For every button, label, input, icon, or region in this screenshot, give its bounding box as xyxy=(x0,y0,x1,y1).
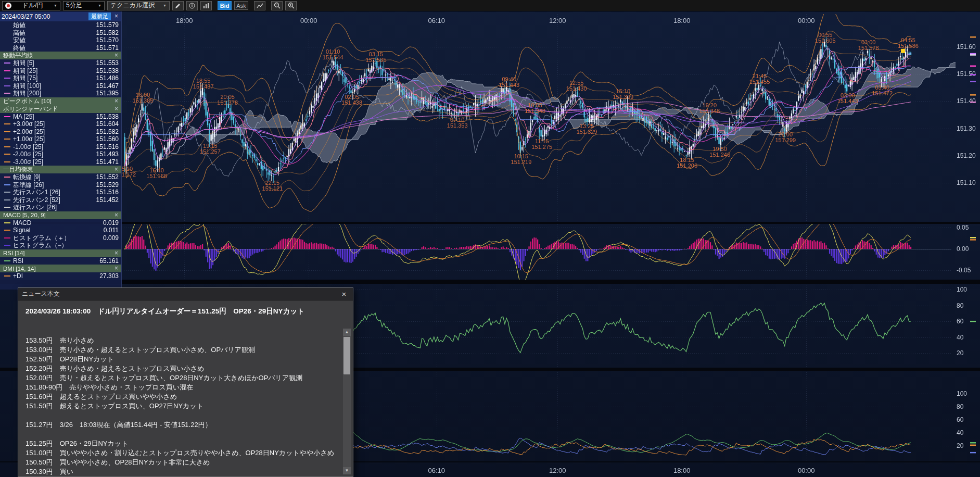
indicator-value: 151.516 xyxy=(96,189,119,196)
timeframe-select[interactable]: 5分足 ▼ xyxy=(63,1,105,10)
indicator-row: 期間 [200]151.395 xyxy=(0,90,121,97)
technical-select-button[interactable]: テクニカル選択 ▼ xyxy=(107,1,170,10)
indicator-label: 基準線 [26] xyxy=(13,181,94,189)
japan-flag-icon xyxy=(5,3,11,9)
line-color-swatch xyxy=(4,222,10,223)
indicator-row: -2.00σ [25]151.493 xyxy=(0,150,121,158)
news-line: 150.50円 買いやや小さめ、OP28日NYカット非常に大きめ xyxy=(26,458,338,467)
indicator-row: -1.00σ [25]151.516 xyxy=(0,143,121,151)
news-line xyxy=(26,430,338,439)
pencil-icon xyxy=(175,3,181,9)
scroll-down-icon[interactable]: ▼ xyxy=(343,467,351,474)
close-icon[interactable]: × xyxy=(339,290,349,298)
indicator-row: RSI65.161 xyxy=(0,257,121,265)
indicator-row: MA [25]151.538 xyxy=(0,113,121,121)
section-title: RSI [14] xyxy=(3,250,113,256)
indicator-row: 終値151.571 xyxy=(0,44,121,52)
indicator-section-header: DMI [14, 14]× xyxy=(0,265,121,272)
indicator-value: 151.571 xyxy=(96,44,119,52)
section-title: 移動平均線 xyxy=(3,52,113,59)
bid-button[interactable]: Bid xyxy=(218,1,232,10)
zoom-in-button[interactable] xyxy=(285,1,297,10)
currency-pair-select[interactable]: ドル/円 ▼ xyxy=(2,1,60,10)
indicator-label: 安値 xyxy=(13,36,94,44)
indicator-value: 151.538 xyxy=(96,113,119,120)
indicator-section-header: 一目均衡表× xyxy=(0,166,121,173)
scrollbar-thumb[interactable] xyxy=(343,337,350,374)
line-chart-icon xyxy=(257,3,263,9)
close-icon[interactable]: × xyxy=(113,212,120,219)
indicator-row: 期間 [100]151.467 xyxy=(0,82,121,90)
indicator-label: -1.00σ [25] xyxy=(13,143,94,150)
line-color-swatch xyxy=(4,260,10,261)
line-color-swatch xyxy=(4,146,10,147)
chart-type-button[interactable] xyxy=(200,1,212,10)
news-scrollbar[interactable]: ▲ ▼ xyxy=(343,329,351,474)
news-window-titlebar[interactable]: ニュース本文 × xyxy=(18,288,353,300)
close-icon[interactable]: × xyxy=(113,98,120,105)
close-icon[interactable]: × xyxy=(113,52,120,59)
line-color-swatch xyxy=(4,245,10,246)
chevron-down-icon: ▼ xyxy=(98,4,101,7)
indicator-label: 期間 [100] xyxy=(13,82,94,90)
close-icon[interactable]: × xyxy=(113,265,120,272)
indicator-section-header: ピークボトム [10]× xyxy=(0,97,121,105)
indicator-label: 転換線 [9] xyxy=(13,173,94,181)
news-window[interactable]: ニュース本文 × 2024/03/26 18:03:00 ドル円リアルタイムオー… xyxy=(18,287,353,477)
indicator-label: -2.00σ [25] xyxy=(13,150,94,158)
scrollbar-track[interactable] xyxy=(343,336,351,467)
indicator-label: 先行スパン1 [26] xyxy=(13,189,94,196)
indicator-label: 遅行スパン [26] xyxy=(13,204,116,211)
news-body: 153.50円 売り小さめ153.00円 売り小さめ・超えるとストップロス買い小… xyxy=(26,336,338,475)
close-icon[interactable]: × xyxy=(113,166,120,173)
zoom-out-button[interactable] xyxy=(271,1,283,10)
news-line xyxy=(26,411,338,420)
line-color-swatch xyxy=(4,62,10,64)
indicator-value-panel: 2024/03/27 05:00最新足×始値151.579高値151.582安値… xyxy=(0,11,122,290)
indicator-value: 151.604 xyxy=(96,120,119,128)
line-color-swatch xyxy=(4,116,10,117)
indicator-row: 期間 [25]151.538 xyxy=(0,67,121,75)
news-line: 150.30円 買い xyxy=(26,467,338,475)
close-icon[interactable]: × xyxy=(113,13,120,20)
news-line: 152.00円 売り・超えるとストップロス買い、OP28日NYカット大きめほかO… xyxy=(26,373,338,383)
line-color-swatch xyxy=(4,177,10,178)
indicator-value: 151.493 xyxy=(96,150,119,158)
draw-tool-button[interactable] xyxy=(172,1,184,10)
indicator-value: 151.395 xyxy=(96,90,119,97)
news-window-title: ニュース本文 xyxy=(22,290,60,298)
indicator-row: 転換線 [9]151.552 xyxy=(0,173,121,181)
info-button[interactable] xyxy=(186,1,198,10)
indicator-label: ヒストグラム（−） xyxy=(13,242,116,249)
scroll-up-icon[interactable]: ▲ xyxy=(343,329,351,336)
indicator-label: +1.00σ [25] xyxy=(13,135,94,143)
news-line: 151.80-90円 売りやや小さめ・ストップロス買い混在 xyxy=(26,383,338,392)
indicator-value: 65.161 xyxy=(99,257,119,265)
currency-pair-label: ドル/円 xyxy=(22,1,43,10)
line-color-swatch xyxy=(4,199,10,200)
indicator-row: MACD0.019 xyxy=(0,219,121,227)
close-icon[interactable]: × xyxy=(113,250,120,257)
indicator-value: 151.570 xyxy=(96,36,119,44)
section-title: DMI [14, 14] xyxy=(3,266,113,272)
panel-header: 2024/03/27 05:00最新足× xyxy=(0,11,121,21)
indicator-label: ヒストグラム（＋） xyxy=(13,234,100,242)
line-chart-button[interactable] xyxy=(254,1,265,10)
line-color-swatch xyxy=(4,207,10,208)
indicator-value: 151.552 xyxy=(96,173,119,181)
zoom-in-icon xyxy=(288,2,295,9)
indicator-row: 期間 [5]151.553 xyxy=(0,59,121,67)
ask-button[interactable]: Ask xyxy=(234,1,248,10)
news-line: 151.50円 超えるとストップロス買い、OP27日NYカット xyxy=(26,401,338,411)
indicator-value: 151.529 xyxy=(96,181,119,189)
indicator-label: 始値 xyxy=(13,21,94,29)
indicator-section-header: 移動平均線× xyxy=(0,52,121,59)
close-icon[interactable]: × xyxy=(113,106,120,112)
indicator-section-header: RSI [14]× xyxy=(0,249,121,257)
indicator-label: Signal xyxy=(13,227,101,234)
chevron-down-icon: ▼ xyxy=(54,4,57,7)
line-color-swatch xyxy=(4,139,10,140)
indicator-row: Signal0.011 xyxy=(0,227,121,234)
news-line: 153.00円 売り小さめ・超えるとストップロス買い小さめ、OPバリア観測 xyxy=(26,345,338,355)
indicator-section-header: ボリンジャーバンド× xyxy=(0,105,121,113)
